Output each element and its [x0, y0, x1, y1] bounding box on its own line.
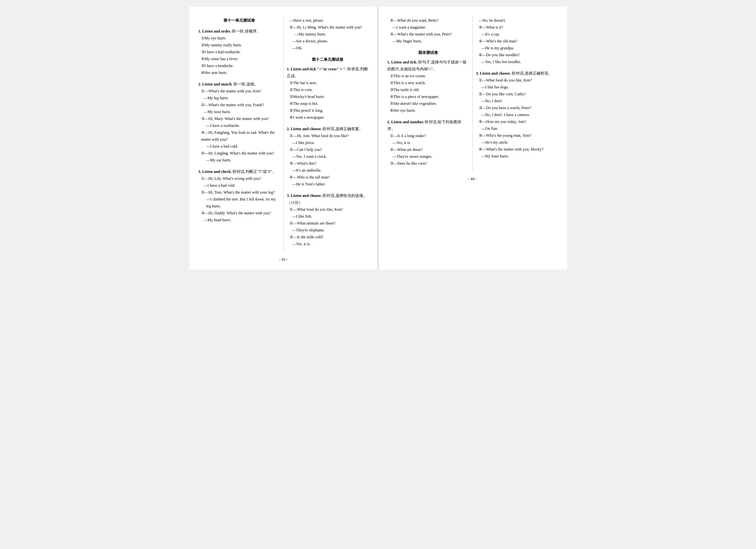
- page43-num: - 43 -: [198, 256, 369, 263]
- p44s1-i1: ①This is an ice cream.: [390, 73, 469, 80]
- page-43: 第十一单元测试卷 1. Listen and order. 听一听,排顺序。 ①…: [189, 7, 378, 269]
- page43-s1-item4: ④My sister has a fever.: [201, 56, 280, 62]
- page44-s2-title: 2. Listen and number. 听对话,给下列各图排序。: [387, 119, 469, 132]
- p44c2-l1: —No, he doesn't.: [479, 17, 558, 24]
- p44c2s1-d1a: —I like hot dogs.: [481, 84, 558, 91]
- page43-s2-d3q: ③—Hi, Mary. What's the matter with you?: [201, 115, 280, 122]
- page43-col1: 第十一单元测试卷 1. Listen and order. 听一听,排顺序。 ①…: [198, 16, 284, 252]
- page43-col2: —Have a rest, please. ④—Hi, Li Ming. Wha…: [283, 16, 369, 252]
- p44c2s1-d2a: —No, I don't.: [481, 98, 558, 104]
- page43-c2s1: 1. Listen and tick "√"or cross" × ". 听录音…: [287, 66, 369, 121]
- page43-s2-d5a: —My ear hurts.: [206, 157, 280, 164]
- page43-s1-item2: ②My tummy really hurts.: [201, 42, 280, 49]
- c2s1-i6: ⑥I want a newspaper.: [289, 114, 369, 121]
- p44c2s1-d2q: ②—Do you like corn, Cathy?: [479, 91, 558, 98]
- page43-s2-d2q: ②—What's the matter with you, Frank?: [201, 102, 280, 108]
- page44-col2: —No, he doesn't. ④—What is it? —It's a c…: [472, 16, 558, 171]
- p44c1-l2: —I want a magazine.: [393, 24, 469, 31]
- p44s2-d1q: ①—Is it a long snake?: [390, 132, 469, 139]
- p43c2-line2: ④—Hi, Li Ming. What's the matter with yo…: [289, 24, 369, 31]
- c2s2-d1a: —I like pizza.: [292, 139, 369, 146]
- p43c2-line3: —My tummy hurts.: [295, 31, 369, 38]
- p44c2s1-d1q: ①—What food do you like, Ken?: [479, 77, 558, 84]
- p44c2-l6: ⑥—Do you like noodles?: [479, 52, 558, 58]
- c2s1-i3: ③Mocky's head hurts.: [289, 93, 369, 100]
- p44c2s1-d6q: ⑥—What's the matter with you, Mocky?: [479, 146, 558, 153]
- c2s2-d4q: ④—Who is the tall man?: [289, 174, 369, 181]
- c2s1-i2: ②This is corn.: [289, 86, 369, 93]
- p44s2-d1a: —Yes, it is.: [393, 139, 469, 146]
- p44c2-l7: —Yes, I like hot noodles.: [481, 58, 558, 65]
- c2s2-d3q: ③—What's this?: [289, 160, 369, 167]
- p43c2-line1: —Have a rest, please.: [289, 17, 369, 24]
- p44c2s1-d6a: —My knee hurts.: [481, 153, 558, 160]
- page43-s3-d2q: ②—Hi, Tom. What's the matter with your l…: [201, 189, 280, 196]
- page43-col2-top: —Have a rest, please. ④—Hi, Li Ming. Wha…: [287, 17, 369, 52]
- p44c2s1-d3q: ③—Do you have a watch, Peter?: [479, 104, 558, 111]
- p44c2-l4: ⑤—Who's the old man?: [479, 38, 558, 45]
- c2s2-d4a: —He is Tom's father.: [292, 181, 369, 188]
- page43-s1-item6: ⑥Her arm hurts.: [201, 69, 280, 76]
- page43-s3-d3q: ③—Hi, Daddy. What's the matter with you?: [201, 210, 280, 217]
- page43-title: 第十一单元测试卷: [198, 17, 280, 24]
- page43-c2s3: 3. Listen and choose. 听对话,选择恰当的选项。（12分） …: [287, 192, 369, 247]
- c2s2-d3a: —It's an umbrella.: [292, 167, 369, 174]
- page44-c2s1: 3. Listen and choose. 听对话,选择正确答语。 ①—What…: [476, 70, 558, 160]
- page44-col2-top: —No, he doesn't. ④—What is it? —It's a c…: [476, 17, 558, 65]
- c2s3-d3a: —Yes, it is.: [292, 240, 369, 247]
- c2s3-d1q: ①—What food do you like, Ken?: [289, 206, 369, 213]
- page44-col1-title: 期末测试卷: [387, 49, 469, 56]
- page43-s2-title: 2. Listen and match. 听一听,连线。: [198, 81, 280, 88]
- page43-s2-d1q: ①—What's the matter with you, Ken?: [201, 88, 280, 95]
- page43-col2-title: 第十二单元测试卷: [287, 56, 369, 63]
- p44c2-l3: —It's a cap.: [481, 31, 558, 38]
- page43-s3-d1q: ①—Hi, Lily. What's wrong with you?: [201, 175, 280, 182]
- c2s3-d1a: —I like fish.: [292, 213, 369, 220]
- c2s2-d2q: ②—Can I help you?: [289, 146, 369, 153]
- p44s1-i2: ②This is a new watch.: [390, 80, 469, 86]
- page43-s1-title: 1. Listen and order. 听一听,排顺序。: [198, 28, 280, 35]
- page44-s1-title: 1. Listen and tick. 听句子,选择与句子描述一致的图片,在相应…: [387, 59, 469, 73]
- p44s1-i3: ③The turtle is old.: [390, 86, 469, 93]
- page44-col1-top: ④—What do you want, Betty? —I want a mag…: [387, 17, 469, 45]
- page44-s1: 1. Listen and tick. 听句子,选择与句子描述一致的图片,在相应…: [387, 59, 469, 114]
- page43-c2s1-title: 1. Listen and tick "√"or cross" × ". 听录音…: [287, 66, 369, 80]
- p44c1-l3: ⑤—What's the matter with you, Peter?: [390, 31, 469, 38]
- c2s2-d1q: ①—Hi, Ann. What food do you like?: [289, 132, 369, 139]
- p44s1-i5: ⑤She doesn't like vegetables.: [390, 100, 469, 107]
- p44c1-l4: —My finger hurts.: [393, 38, 469, 45]
- page44-col1: ④—What do you want, Betty? —I want a mag…: [387, 16, 472, 171]
- p44c2-l5: —He is my grandpa.: [481, 45, 558, 52]
- page43-s3-d3a: —My head hurts.: [204, 217, 280, 223]
- p44c2s1-d4q: ④—How are you today, Ann?: [479, 118, 558, 125]
- p44s1-i6: ⑥Her eye hurts.: [390, 107, 469, 114]
- p44c2s1-d3a: —No, I don't. I have a camera.: [481, 111, 558, 118]
- p44c2-l2: ④—What is it?: [479, 24, 558, 31]
- page43-s1-item5: ⑤I have a headache.: [201, 62, 280, 69]
- p44c2s1-d5q: ⑤—Who's the young man, Tom?: [479, 132, 558, 139]
- c2s2-d2a: —Yes. I want a clock.: [292, 153, 369, 160]
- page43-s1-item3: ③I have a bad toothache.: [201, 49, 280, 56]
- page-44: ④—What do you want, Betty? —I want a mag…: [378, 7, 567, 269]
- c2s1-i5: ⑤This pencil is long.: [289, 107, 369, 114]
- p44s2-d2a: —They're sweet oranges.: [393, 153, 469, 160]
- p44c2s1-d5a: —He's my uncle.: [481, 139, 558, 146]
- page43-section3: 3. Listen and check. 听对话,判断正"T"误"F"。 ①—H…: [198, 168, 280, 223]
- page44-s2: 2. Listen and number. 听对话,给下列各图排序。 ①—Is …: [387, 119, 469, 167]
- page43-s1-item1: ①My eye hurts.: [201, 35, 280, 42]
- page-spread: 第十一单元测试卷 1. Listen and order. 听一听,排顺序。 ①…: [189, 7, 567, 269]
- page43-s2-d5q: ⑤—Hi, Lingling. What's the matter with y…: [201, 150, 280, 157]
- c2s3-d2a: —They're elephants.: [292, 227, 369, 234]
- page43-s2-d4a: —I have a bad cold.: [206, 143, 280, 150]
- p43c2-line5: —OK.: [292, 45, 369, 52]
- p44c2s1-d4a: —I'm fine.: [481, 125, 558, 132]
- p44c1-l1: ④—What do you want, Betty?: [390, 17, 469, 24]
- page44-c2s1-title: 3. Listen and choose. 听对话,选择正确答语。: [476, 70, 558, 77]
- c2s3-d3q: ③—Is the milk cold?: [289, 234, 369, 240]
- c2s1-i4: ④The soup is hot.: [289, 100, 369, 107]
- page43-c2s2: 2. Listen and choose. 听对话,选择正确答案。 ①—Hi, …: [287, 126, 369, 188]
- page43-c2s2-title: 2. Listen and choose. 听对话,选择正确答案。: [287, 126, 369, 132]
- c2s3-d2q: ②—What animals are these?: [289, 220, 369, 227]
- p44s2-d2q: ②—What are these?: [390, 146, 469, 153]
- page43-section2: 2. Listen and match. 听一听,连线。 ①—What's th…: [198, 81, 280, 164]
